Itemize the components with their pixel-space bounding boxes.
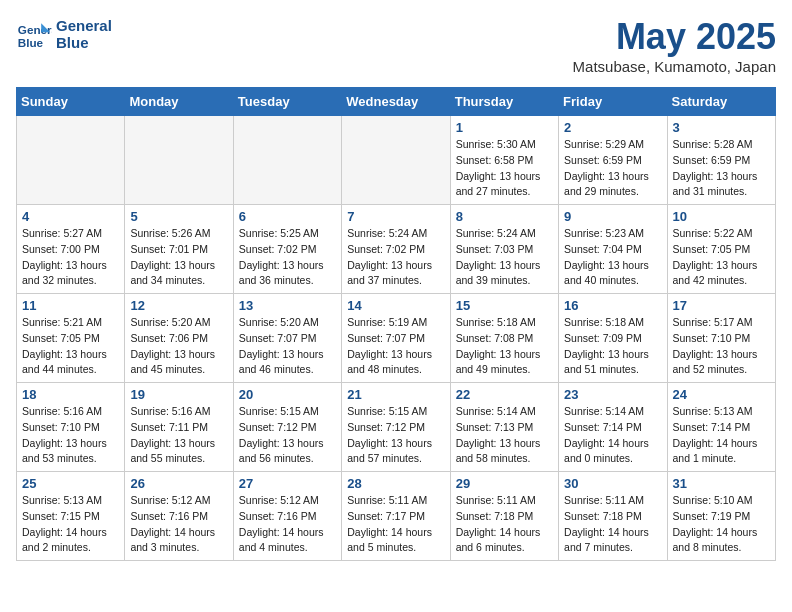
day-info: Sunrise: 5:25 AMSunset: 7:02 PMDaylight:…	[239, 226, 336, 289]
day-info: Sunrise: 5:18 AMSunset: 7:08 PMDaylight:…	[456, 315, 553, 378]
day-number: 29	[456, 476, 553, 491]
weekday-header: Friday	[559, 88, 667, 116]
day-number: 23	[564, 387, 661, 402]
week-row: 1Sunrise: 5:30 AMSunset: 6:58 PMDaylight…	[17, 116, 776, 205]
day-info: Sunrise: 5:21 AMSunset: 7:05 PMDaylight:…	[22, 315, 119, 378]
day-info: Sunrise: 5:16 AMSunset: 7:11 PMDaylight:…	[130, 404, 227, 467]
calendar-day: 29Sunrise: 5:11 AMSunset: 7:18 PMDayligh…	[450, 472, 558, 561]
calendar-day: 11Sunrise: 5:21 AMSunset: 7:05 PMDayligh…	[17, 294, 125, 383]
calendar-day	[233, 116, 341, 205]
calendar-day: 9Sunrise: 5:23 AMSunset: 7:04 PMDaylight…	[559, 205, 667, 294]
calendar-day: 8Sunrise: 5:24 AMSunset: 7:03 PMDaylight…	[450, 205, 558, 294]
day-info: Sunrise: 5:30 AMSunset: 6:58 PMDaylight:…	[456, 137, 553, 200]
calendar-day: 2Sunrise: 5:29 AMSunset: 6:59 PMDaylight…	[559, 116, 667, 205]
day-info: Sunrise: 5:13 AMSunset: 7:15 PMDaylight:…	[22, 493, 119, 556]
month-title: May 2025	[573, 16, 776, 58]
calendar-day: 17Sunrise: 5:17 AMSunset: 7:10 PMDayligh…	[667, 294, 775, 383]
day-number: 1	[456, 120, 553, 135]
day-number: 12	[130, 298, 227, 313]
weekday-header: Sunday	[17, 88, 125, 116]
weekday-header: Saturday	[667, 88, 775, 116]
day-number: 11	[22, 298, 119, 313]
calendar-day: 6Sunrise: 5:25 AMSunset: 7:02 PMDaylight…	[233, 205, 341, 294]
calendar-day: 28Sunrise: 5:11 AMSunset: 7:17 PMDayligh…	[342, 472, 450, 561]
day-number: 19	[130, 387, 227, 402]
calendar-day: 15Sunrise: 5:18 AMSunset: 7:08 PMDayligh…	[450, 294, 558, 383]
weekday-header: Wednesday	[342, 88, 450, 116]
day-info: Sunrise: 5:10 AMSunset: 7:19 PMDaylight:…	[673, 493, 770, 556]
calendar-day: 14Sunrise: 5:19 AMSunset: 7:07 PMDayligh…	[342, 294, 450, 383]
day-info: Sunrise: 5:29 AMSunset: 6:59 PMDaylight:…	[564, 137, 661, 200]
logo-line1: General	[56, 17, 112, 34]
calendar-day: 22Sunrise: 5:14 AMSunset: 7:13 PMDayligh…	[450, 383, 558, 472]
day-number: 18	[22, 387, 119, 402]
calendar-day	[342, 116, 450, 205]
day-info: Sunrise: 5:15 AMSunset: 7:12 PMDaylight:…	[347, 404, 444, 467]
day-info: Sunrise: 5:16 AMSunset: 7:10 PMDaylight:…	[22, 404, 119, 467]
day-number: 4	[22, 209, 119, 224]
weekday-header-row: SundayMondayTuesdayWednesdayThursdayFrid…	[17, 88, 776, 116]
calendar-day	[125, 116, 233, 205]
day-number: 24	[673, 387, 770, 402]
calendar-day: 7Sunrise: 5:24 AMSunset: 7:02 PMDaylight…	[342, 205, 450, 294]
day-info: Sunrise: 5:12 AMSunset: 7:16 PMDaylight:…	[130, 493, 227, 556]
calendar: SundayMondayTuesdayWednesdayThursdayFrid…	[16, 87, 776, 561]
day-number: 10	[673, 209, 770, 224]
weekday-header: Thursday	[450, 88, 558, 116]
calendar-day: 4Sunrise: 5:27 AMSunset: 7:00 PMDaylight…	[17, 205, 125, 294]
day-number: 20	[239, 387, 336, 402]
calendar-day: 10Sunrise: 5:22 AMSunset: 7:05 PMDayligh…	[667, 205, 775, 294]
day-info: Sunrise: 5:28 AMSunset: 6:59 PMDaylight:…	[673, 137, 770, 200]
calendar-day: 25Sunrise: 5:13 AMSunset: 7:15 PMDayligh…	[17, 472, 125, 561]
week-row: 4Sunrise: 5:27 AMSunset: 7:00 PMDaylight…	[17, 205, 776, 294]
day-info: Sunrise: 5:18 AMSunset: 7:09 PMDaylight:…	[564, 315, 661, 378]
day-info: Sunrise: 5:17 AMSunset: 7:10 PMDaylight:…	[673, 315, 770, 378]
calendar-day: 5Sunrise: 5:26 AMSunset: 7:01 PMDaylight…	[125, 205, 233, 294]
day-info: Sunrise: 5:11 AMSunset: 7:18 PMDaylight:…	[564, 493, 661, 556]
calendar-day: 24Sunrise: 5:13 AMSunset: 7:14 PMDayligh…	[667, 383, 775, 472]
day-number: 2	[564, 120, 661, 135]
weekday-header: Tuesday	[233, 88, 341, 116]
day-info: Sunrise: 5:23 AMSunset: 7:04 PMDaylight:…	[564, 226, 661, 289]
day-number: 27	[239, 476, 336, 491]
day-number: 22	[456, 387, 553, 402]
calendar-day: 26Sunrise: 5:12 AMSunset: 7:16 PMDayligh…	[125, 472, 233, 561]
day-info: Sunrise: 5:24 AMSunset: 7:03 PMDaylight:…	[456, 226, 553, 289]
day-number: 30	[564, 476, 661, 491]
week-row: 25Sunrise: 5:13 AMSunset: 7:15 PMDayligh…	[17, 472, 776, 561]
logo: General Blue General Blue	[16, 16, 112, 52]
day-number: 15	[456, 298, 553, 313]
calendar-day: 19Sunrise: 5:16 AMSunset: 7:11 PMDayligh…	[125, 383, 233, 472]
day-number: 28	[347, 476, 444, 491]
day-info: Sunrise: 5:11 AMSunset: 7:18 PMDaylight:…	[456, 493, 553, 556]
title-block: May 2025 Matsubase, Kumamoto, Japan	[573, 16, 776, 75]
day-info: Sunrise: 5:22 AMSunset: 7:05 PMDaylight:…	[673, 226, 770, 289]
day-number: 5	[130, 209, 227, 224]
day-info: Sunrise: 5:13 AMSunset: 7:14 PMDaylight:…	[673, 404, 770, 467]
day-info: Sunrise: 5:15 AMSunset: 7:12 PMDaylight:…	[239, 404, 336, 467]
day-number: 8	[456, 209, 553, 224]
day-number: 9	[564, 209, 661, 224]
logo-line2: Blue	[56, 34, 112, 51]
calendar-day	[17, 116, 125, 205]
day-info: Sunrise: 5:26 AMSunset: 7:01 PMDaylight:…	[130, 226, 227, 289]
calendar-day: 13Sunrise: 5:20 AMSunset: 7:07 PMDayligh…	[233, 294, 341, 383]
calendar-day: 3Sunrise: 5:28 AMSunset: 6:59 PMDaylight…	[667, 116, 775, 205]
week-row: 18Sunrise: 5:16 AMSunset: 7:10 PMDayligh…	[17, 383, 776, 472]
week-row: 11Sunrise: 5:21 AMSunset: 7:05 PMDayligh…	[17, 294, 776, 383]
location: Matsubase, Kumamoto, Japan	[573, 58, 776, 75]
day-info: Sunrise: 5:19 AMSunset: 7:07 PMDaylight:…	[347, 315, 444, 378]
calendar-day: 20Sunrise: 5:15 AMSunset: 7:12 PMDayligh…	[233, 383, 341, 472]
logo-icon: General Blue	[16, 16, 52, 52]
day-number: 16	[564, 298, 661, 313]
day-info: Sunrise: 5:11 AMSunset: 7:17 PMDaylight:…	[347, 493, 444, 556]
day-number: 7	[347, 209, 444, 224]
day-number: 13	[239, 298, 336, 313]
calendar-day: 27Sunrise: 5:12 AMSunset: 7:16 PMDayligh…	[233, 472, 341, 561]
calendar-day: 12Sunrise: 5:20 AMSunset: 7:06 PMDayligh…	[125, 294, 233, 383]
day-info: Sunrise: 5:27 AMSunset: 7:00 PMDaylight:…	[22, 226, 119, 289]
day-number: 25	[22, 476, 119, 491]
day-number: 26	[130, 476, 227, 491]
calendar-day: 30Sunrise: 5:11 AMSunset: 7:18 PMDayligh…	[559, 472, 667, 561]
calendar-day: 23Sunrise: 5:14 AMSunset: 7:14 PMDayligh…	[559, 383, 667, 472]
